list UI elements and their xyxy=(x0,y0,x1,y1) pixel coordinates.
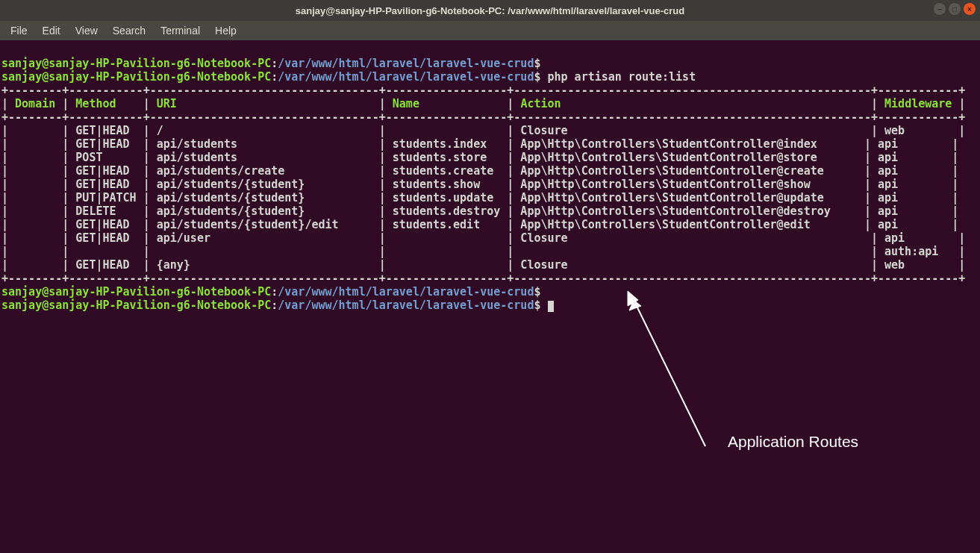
col-uri: URI xyxy=(157,97,177,110)
prompt-dollar: $ xyxy=(534,57,540,70)
table-row: | | GET|HEAD | api/students/{student} | … xyxy=(1,178,958,191)
table-row: | | DELETE | api/students/{student} | st… xyxy=(1,204,958,218)
prompt-path: /var/www/html/laravel/laravel-vue-crud xyxy=(278,70,534,84)
prompt-path: /var/www/html/laravel/laravel-vue-crud xyxy=(278,57,534,70)
svg-line-0 xyxy=(634,300,705,446)
window-controls: – □ × xyxy=(934,3,976,15)
prompt-path: /var/www/html/laravel/laravel-vue-crud xyxy=(278,299,534,312)
table-row: | | GET|HEAD | api/students/{student}/ed… xyxy=(1,218,958,231)
table-row: | | GET|HEAD | api/students | students.i… xyxy=(1,137,958,151)
prompt-dollar: $ xyxy=(534,299,540,312)
table-row: | | POST | api/students | students.store… xyxy=(1,151,958,164)
maximize-button[interactable]: □ xyxy=(949,3,961,15)
table-header-row: | Domain | Method | URI | Name | Action … xyxy=(1,97,965,110)
table-row: | | | | | | auth:api | xyxy=(1,245,965,258)
menu-file[interactable]: File xyxy=(4,23,34,38)
col-domain: Domain xyxy=(15,97,55,110)
window-title: sanjay@sanjay-HP-Pavilion-g6-Notebook-PC… xyxy=(296,5,684,16)
table-border: +--------+-----------+------------------… xyxy=(1,110,965,124)
prompt-colon: : xyxy=(271,70,278,84)
menu-terminal[interactable]: Terminal xyxy=(155,23,206,38)
prompt-dollar: $ xyxy=(534,285,540,299)
menu-search[interactable]: Search xyxy=(107,23,152,38)
prompt-colon: : xyxy=(271,57,278,70)
prompt-path: /var/www/html/laravel/laravel-vue-crud xyxy=(278,285,534,299)
table-row: | | GET|HEAD | api/students/create | stu… xyxy=(1,164,958,178)
prompt-user: sanjay@sanjay-HP-Pavilion-g6-Notebook-PC xyxy=(1,70,271,84)
table-border: +--------+-----------+------------------… xyxy=(1,84,965,97)
prompt-user: sanjay@sanjay-HP-Pavilion-g6-Notebook-PC xyxy=(1,299,271,312)
close-button[interactable]: × xyxy=(964,3,976,15)
table-row: | | GET|HEAD | {any} | | Closure | web | xyxy=(1,258,965,272)
annotation-label: Application Routes xyxy=(728,433,858,451)
col-name: Name xyxy=(393,97,419,110)
prompt-colon: : xyxy=(271,299,278,312)
command-route-list: php artisan route:list xyxy=(540,70,696,84)
table-row: | | GET|HEAD | / | | Closure | web | xyxy=(1,124,965,137)
cursor xyxy=(548,301,554,312)
menu-help[interactable]: Help xyxy=(209,23,243,38)
menu-edit[interactable]: Edit xyxy=(37,23,66,38)
prompt-colon: : xyxy=(271,285,278,299)
terminal-output[interactable]: sanjay@sanjay-HP-Pavilion-g6-Notebook-PC… xyxy=(0,40,980,315)
col-method: Method xyxy=(75,97,116,110)
titlebar: sanjay@sanjay-HP-Pavilion-g6-Notebook-PC… xyxy=(0,0,980,21)
col-middleware: Middleware xyxy=(884,97,952,110)
prompt-user: sanjay@sanjay-HP-Pavilion-g6-Notebook-PC xyxy=(1,57,271,70)
table-row: | | PUT|PATCH | api/students/{student} |… xyxy=(1,191,958,204)
annotation-arrow xyxy=(623,290,720,454)
menu-view[interactable]: View xyxy=(69,23,104,38)
prompt-user: sanjay@sanjay-HP-Pavilion-g6-Notebook-PC xyxy=(1,285,271,299)
table-border: +--------+-----------+------------------… xyxy=(1,272,965,285)
col-action: Action xyxy=(520,97,561,110)
table-row: | | GET|HEAD | api/user | | Closure | ap… xyxy=(1,231,965,245)
minimize-button[interactable]: – xyxy=(934,3,946,15)
menubar: File Edit View Search Terminal Help xyxy=(0,21,980,40)
